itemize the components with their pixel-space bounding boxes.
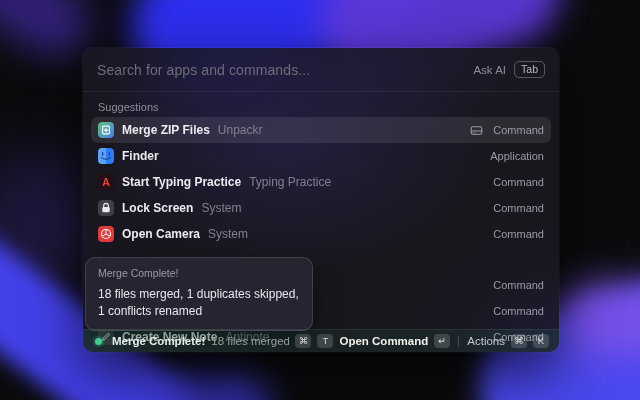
item-type: Command [493,305,544,317]
launcher-window: Search for apps and commands... Ask AI T… [83,48,559,352]
list-item-open-camera[interactable]: Open Camera System Command [91,221,551,247]
list-item-finder[interactable]: Finder Application [91,143,551,169]
item-subtitle: Unpackr [218,123,263,137]
ask-ai-button[interactable]: Ask AI [473,64,506,76]
search-bar: Search for apps and commands... Ask AI T… [83,48,559,92]
drive-icon [470,124,483,137]
cmd-key-hint: ⌘ [511,334,527,348]
typing-practice-icon: A [98,174,114,190]
status-title[interactable]: Merge Complete! [112,335,205,347]
item-title: Open Camera [122,227,200,241]
cmd-key-hint: ⌘ [295,334,311,348]
camera-icon [98,226,114,242]
toast-title: Merge Complete! [98,267,300,279]
item-title: Finder [122,149,159,163]
toast-notification: Merge Complete! 18 files merged, 1 dupli… [85,257,313,331]
open-command-button[interactable]: Open Command [339,335,428,347]
k-key-hint: K [533,334,549,348]
t-key-hint: T [317,334,333,348]
list-item-merge-zip-files[interactable]: Merge ZIP Files Unpackr Command [91,117,551,143]
tab-key-hint: Tab [514,61,545,78]
finder-icon [98,148,114,164]
enter-key-hint: ↵ [434,334,450,348]
status-message: 18 files merged, 1 duplicates skippe... [211,335,289,347]
item-title: Merge ZIP Files [122,123,210,137]
list-item-lock-screen[interactable]: Lock Screen System Command [91,195,551,221]
item-type: Command [493,124,544,136]
item-title: Start Typing Practice [122,175,241,189]
wallpaper-blob [150,372,270,400]
item-type: Application [490,150,544,162]
search-input[interactable]: Search for apps and commands... [97,62,465,78]
item-subtitle: System [208,227,248,241]
divider [458,336,459,347]
list-item-start-typing-practice[interactable]: A Start Typing Practice Typing Practice … [91,169,551,195]
status-bar: Merge Complete! 18 files merged, 1 dupli… [83,329,559,352]
section-header-suggestions: Suggestions [98,101,544,113]
item-type: Command [493,228,544,240]
item-type: Command [493,279,544,291]
item-title: Lock Screen [122,201,193,215]
item-type: Command [493,202,544,214]
actions-button[interactable]: Actions [467,335,505,347]
item-subtitle: Typing Practice [249,175,331,189]
merge-zip-icon [98,122,114,138]
toast-message: 18 files merged, 1 duplicates skipped, 1… [98,286,300,320]
status-dot-icon [95,338,102,345]
lock-icon [98,200,114,216]
item-subtitle: System [201,201,241,215]
wallpaper-blob [558,283,640,355]
item-type: Command [493,176,544,188]
